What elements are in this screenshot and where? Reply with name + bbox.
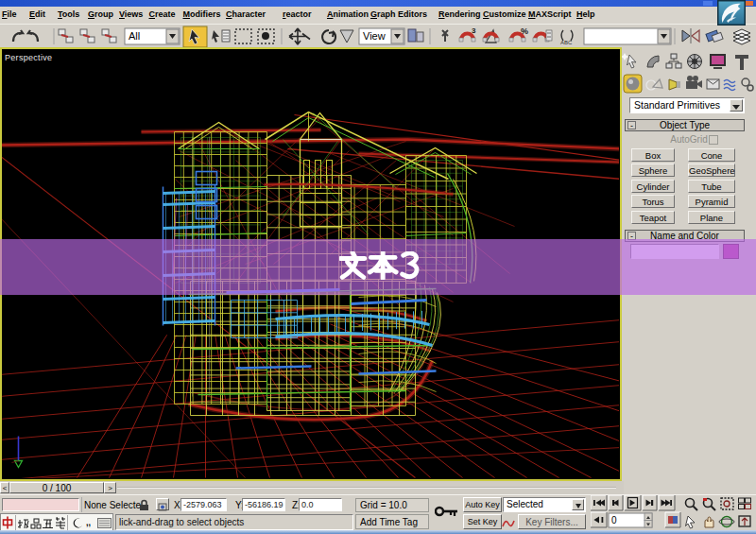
- svg-text:ABC: ABC: [560, 40, 573, 45]
- svg-text:3: 3: [472, 26, 476, 35]
- svg-text:%: %: [521, 26, 528, 36]
- svg-text:0: 0: [611, 515, 617, 525]
- svg-text:View: View: [363, 30, 386, 42]
- svg-text:All: All: [129, 30, 140, 42]
